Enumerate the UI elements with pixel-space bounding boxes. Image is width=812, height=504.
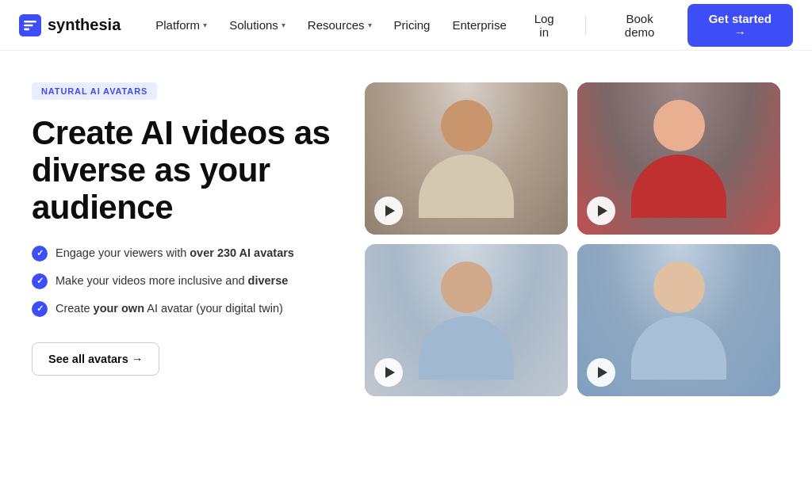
bullet-2-text: Make your videos more inclusive and dive…	[56, 273, 288, 289]
logo-icon	[19, 14, 41, 36]
play-button-1[interactable]	[374, 197, 403, 225]
book-demo-button[interactable]: Book demo	[599, 6, 681, 45]
hero-section: Natural AI Avatars Create AI videos as d…	[0, 51, 812, 412]
play-button-3[interactable]	[374, 358, 403, 387]
video-card-1[interactable]	[365, 82, 568, 235]
nav-right: Log in Book demo Get started →	[516, 4, 793, 47]
bullet-1-bold: over 230 AI avatars	[190, 246, 294, 259]
nav-item-solutions[interactable]: Solutions ▾	[220, 12, 295, 38]
get-started-button[interactable]: Get started →	[688, 4, 793, 47]
play-button-2[interactable]	[587, 197, 615, 225]
brand-name: synthesia	[48, 16, 121, 34]
nav-platform-label: Platform	[155, 18, 200, 32]
svg-rect-3	[24, 28, 29, 30]
bullet-3: Create your own AI avatar (your digital …	[32, 300, 333, 317]
check-icon-3	[32, 301, 48, 317]
nav-item-enterprise[interactable]: Enterprise	[442, 12, 515, 38]
play-button-4[interactable]	[587, 358, 615, 387]
logo-area[interactable]: synthesia	[19, 14, 121, 36]
svg-rect-2	[24, 24, 33, 26]
nav-divider	[585, 16, 586, 35]
bullet-1-text: Engage your viewers with over 230 AI ava…	[56, 245, 294, 262]
bullet-2: Make your videos more inclusive and dive…	[32, 273, 333, 289]
hero-badge: Natural AI Avatars	[32, 82, 157, 100]
video-card-3[interactable]	[365, 244, 568, 396]
login-button[interactable]: Log in	[516, 6, 573, 45]
nav-item-pricing[interactable]: Pricing	[385, 12, 440, 38]
check-icon-1	[32, 246, 48, 262]
chevron-down-icon: ▾	[368, 21, 372, 29]
nav-solutions-label: Solutions	[229, 18, 278, 32]
nav-item-resources[interactable]: Resources ▾	[298, 12, 381, 38]
bullet-2-bold: diverse	[248, 274, 289, 287]
svg-rect-1	[24, 20, 36, 22]
bullet-3-bold: your own	[94, 302, 144, 315]
nav-resources-label: Resources	[308, 18, 365, 32]
chevron-down-icon: ▾	[203, 21, 207, 29]
video-card-4[interactable]	[577, 244, 780, 396]
chevron-down-icon: ▾	[282, 21, 285, 29]
bullet-1: Engage your viewers with over 230 AI ava…	[32, 245, 333, 262]
video-grid	[365, 82, 780, 396]
nav-pricing-label: Pricing	[394, 18, 431, 32]
hero-left: Natural AI Avatars Create AI videos as d…	[32, 82, 333, 376]
video-card-2[interactable]	[577, 82, 780, 235]
hero-title: Create AI videos as diverse as your audi…	[32, 114, 333, 226]
check-icon-2	[32, 273, 48, 289]
bullet-3-text: Create your own AI avatar (your digital …	[56, 300, 283, 317]
nav-links: Platform ▾ Solutions ▾ Resources ▾ Prici…	[146, 12, 516, 38]
nav-item-platform[interactable]: Platform ▾	[146, 12, 216, 38]
see-all-avatars-button[interactable]: See all avatars →	[32, 342, 159, 376]
nav-enterprise-label: Enterprise	[452, 18, 506, 32]
navbar: synthesia Platform ▾ Solutions ▾ Resourc…	[0, 0, 812, 51]
hero-bullets: Engage your viewers with over 230 AI ava…	[32, 245, 333, 317]
